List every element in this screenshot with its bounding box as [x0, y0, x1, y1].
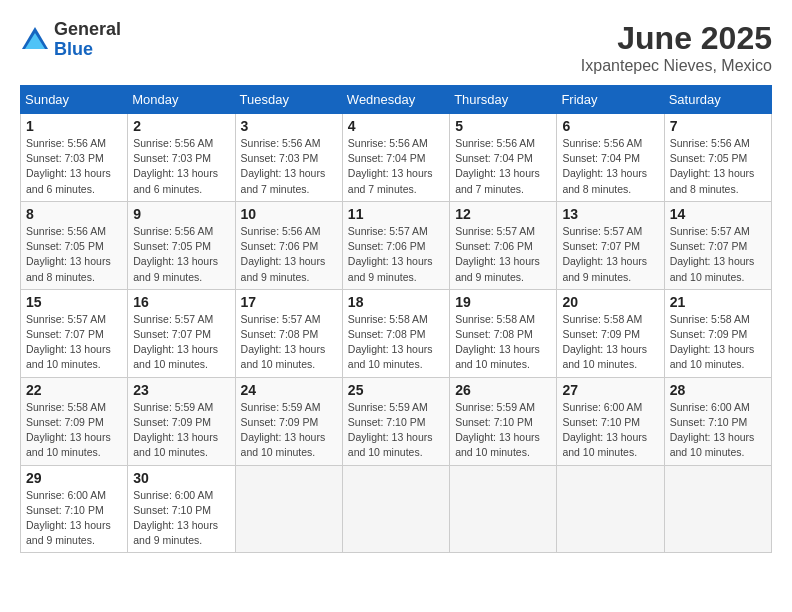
calendar-cell: 13Sunrise: 5:57 AMSunset: 7:07 PMDayligh… [557, 201, 664, 289]
calendar-cell: 26Sunrise: 5:59 AMSunset: 7:10 PMDayligh… [450, 377, 557, 465]
day-info: Sunrise: 5:59 AMSunset: 7:10 PMDaylight:… [455, 400, 551, 461]
day-info: Sunrise: 6:00 AMSunset: 7:10 PMDaylight:… [26, 488, 122, 549]
calendar-cell: 15Sunrise: 5:57 AMSunset: 7:07 PMDayligh… [21, 289, 128, 377]
calendar-cell: 8Sunrise: 5:56 AMSunset: 7:05 PMDaylight… [21, 201, 128, 289]
calendar-header-row: SundayMondayTuesdayWednesdayThursdayFrid… [21, 86, 772, 114]
calendar-cell: 27Sunrise: 6:00 AMSunset: 7:10 PMDayligh… [557, 377, 664, 465]
day-number: 26 [455, 382, 551, 398]
day-number: 5 [455, 118, 551, 134]
calendar-cell: 7Sunrise: 5:56 AMSunset: 7:05 PMDaylight… [664, 114, 771, 202]
calendar-cell: 4Sunrise: 5:56 AMSunset: 7:04 PMDaylight… [342, 114, 449, 202]
day-info: Sunrise: 5:56 AMSunset: 7:06 PMDaylight:… [241, 224, 337, 285]
calendar-cell: 3Sunrise: 5:56 AMSunset: 7:03 PMDaylight… [235, 114, 342, 202]
calendar-cell [342, 465, 449, 553]
calendar-cell: 2Sunrise: 5:56 AMSunset: 7:03 PMDaylight… [128, 114, 235, 202]
calendar-header-tuesday: Tuesday [235, 86, 342, 114]
calendar-cell: 12Sunrise: 5:57 AMSunset: 7:06 PMDayligh… [450, 201, 557, 289]
calendar-cell [664, 465, 771, 553]
calendar-cell: 16Sunrise: 5:57 AMSunset: 7:07 PMDayligh… [128, 289, 235, 377]
calendar-cell: 30Sunrise: 6:00 AMSunset: 7:10 PMDayligh… [128, 465, 235, 553]
calendar-cell: 9Sunrise: 5:56 AMSunset: 7:05 PMDaylight… [128, 201, 235, 289]
logo: General Blue [20, 20, 121, 60]
calendar-header-wednesday: Wednesday [342, 86, 449, 114]
logo-general: General [54, 20, 121, 40]
calendar-week-3: 15Sunrise: 5:57 AMSunset: 7:07 PMDayligh… [21, 289, 772, 377]
logo-icon [20, 25, 50, 55]
logo-text: General Blue [54, 20, 121, 60]
day-number: 7 [670, 118, 766, 134]
calendar-cell: 11Sunrise: 5:57 AMSunset: 7:06 PMDayligh… [342, 201, 449, 289]
day-info: Sunrise: 5:56 AMSunset: 7:03 PMDaylight:… [133, 136, 229, 197]
calendar-cell: 24Sunrise: 5:59 AMSunset: 7:09 PMDayligh… [235, 377, 342, 465]
day-number: 8 [26, 206, 122, 222]
day-info: Sunrise: 5:56 AMSunset: 7:05 PMDaylight:… [26, 224, 122, 285]
calendar-cell: 29Sunrise: 6:00 AMSunset: 7:10 PMDayligh… [21, 465, 128, 553]
day-number: 4 [348, 118, 444, 134]
day-info: Sunrise: 5:56 AMSunset: 7:03 PMDaylight:… [241, 136, 337, 197]
calendar-header-sunday: Sunday [21, 86, 128, 114]
day-info: Sunrise: 5:58 AMSunset: 7:09 PMDaylight:… [562, 312, 658, 373]
day-info: Sunrise: 5:56 AMSunset: 7:04 PMDaylight:… [348, 136, 444, 197]
day-number: 1 [26, 118, 122, 134]
day-number: 21 [670, 294, 766, 310]
calendar-cell: 6Sunrise: 5:56 AMSunset: 7:04 PMDaylight… [557, 114, 664, 202]
day-number: 29 [26, 470, 122, 486]
day-info: Sunrise: 5:58 AMSunset: 7:09 PMDaylight:… [26, 400, 122, 461]
day-info: Sunrise: 5:57 AMSunset: 7:08 PMDaylight:… [241, 312, 337, 373]
day-number: 24 [241, 382, 337, 398]
calendar-cell: 23Sunrise: 5:59 AMSunset: 7:09 PMDayligh… [128, 377, 235, 465]
calendar-cell: 10Sunrise: 5:56 AMSunset: 7:06 PMDayligh… [235, 201, 342, 289]
day-info: Sunrise: 5:56 AMSunset: 7:05 PMDaylight:… [670, 136, 766, 197]
calendar-cell [235, 465, 342, 553]
day-number: 14 [670, 206, 766, 222]
day-info: Sunrise: 5:56 AMSunset: 7:03 PMDaylight:… [26, 136, 122, 197]
day-number: 18 [348, 294, 444, 310]
day-number: 19 [455, 294, 551, 310]
day-info: Sunrise: 6:00 AMSunset: 7:10 PMDaylight:… [133, 488, 229, 549]
day-number: 17 [241, 294, 337, 310]
calendar-week-1: 1Sunrise: 5:56 AMSunset: 7:03 PMDaylight… [21, 114, 772, 202]
location-title: Ixpantepec Nieves, Mexico [581, 57, 772, 75]
day-number: 3 [241, 118, 337, 134]
day-info: Sunrise: 5:57 AMSunset: 7:06 PMDaylight:… [348, 224, 444, 285]
day-number: 25 [348, 382, 444, 398]
day-number: 30 [133, 470, 229, 486]
day-info: Sunrise: 5:57 AMSunset: 7:07 PMDaylight:… [133, 312, 229, 373]
calendar-week-5: 29Sunrise: 6:00 AMSunset: 7:10 PMDayligh… [21, 465, 772, 553]
day-info: Sunrise: 5:57 AMSunset: 7:07 PMDaylight:… [562, 224, 658, 285]
day-number: 16 [133, 294, 229, 310]
day-info: Sunrise: 5:57 AMSunset: 7:07 PMDaylight:… [26, 312, 122, 373]
calendar-header-saturday: Saturday [664, 86, 771, 114]
day-number: 10 [241, 206, 337, 222]
day-number: 22 [26, 382, 122, 398]
day-number: 27 [562, 382, 658, 398]
day-number: 15 [26, 294, 122, 310]
calendar-week-2: 8Sunrise: 5:56 AMSunset: 7:05 PMDaylight… [21, 201, 772, 289]
logo-blue: Blue [54, 40, 121, 60]
day-info: Sunrise: 5:57 AMSunset: 7:06 PMDaylight:… [455, 224, 551, 285]
calendar-cell: 21Sunrise: 5:58 AMSunset: 7:09 PMDayligh… [664, 289, 771, 377]
day-number: 2 [133, 118, 229, 134]
title-area: June 2025 Ixpantepec Nieves, Mexico [581, 20, 772, 75]
day-number: 11 [348, 206, 444, 222]
calendar-cell: 14Sunrise: 5:57 AMSunset: 7:07 PMDayligh… [664, 201, 771, 289]
calendar-week-4: 22Sunrise: 5:58 AMSunset: 7:09 PMDayligh… [21, 377, 772, 465]
calendar-cell: 5Sunrise: 5:56 AMSunset: 7:04 PMDaylight… [450, 114, 557, 202]
calendar-header-friday: Friday [557, 86, 664, 114]
day-number: 9 [133, 206, 229, 222]
calendar-cell [557, 465, 664, 553]
month-title: June 2025 [581, 20, 772, 57]
day-info: Sunrise: 6:00 AMSunset: 7:10 PMDaylight:… [562, 400, 658, 461]
calendar-cell [450, 465, 557, 553]
calendar-cell: 17Sunrise: 5:57 AMSunset: 7:08 PMDayligh… [235, 289, 342, 377]
day-info: Sunrise: 5:56 AMSunset: 7:04 PMDaylight:… [562, 136, 658, 197]
day-info: Sunrise: 6:00 AMSunset: 7:10 PMDaylight:… [670, 400, 766, 461]
day-number: 6 [562, 118, 658, 134]
calendar-table: SundayMondayTuesdayWednesdayThursdayFrid… [20, 85, 772, 553]
day-info: Sunrise: 5:57 AMSunset: 7:07 PMDaylight:… [670, 224, 766, 285]
day-number: 23 [133, 382, 229, 398]
day-info: Sunrise: 5:58 AMSunset: 7:09 PMDaylight:… [670, 312, 766, 373]
calendar-header-thursday: Thursday [450, 86, 557, 114]
day-info: Sunrise: 5:58 AMSunset: 7:08 PMDaylight:… [455, 312, 551, 373]
calendar-cell: 18Sunrise: 5:58 AMSunset: 7:08 PMDayligh… [342, 289, 449, 377]
